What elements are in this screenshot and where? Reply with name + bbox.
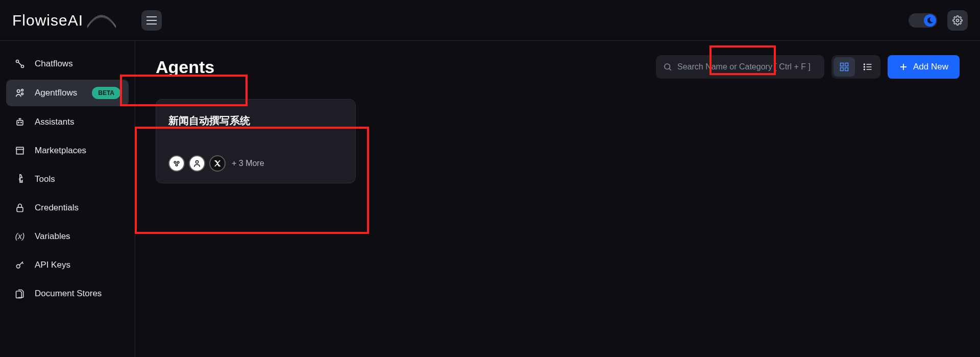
sidebar-item-credentials[interactable]: Credentials xyxy=(6,195,129,221)
x-logo-icon xyxy=(209,155,226,172)
brand-name: FlowiseAI xyxy=(12,12,83,29)
sidebar-item-documentstores[interactable]: Document Stores xyxy=(6,281,129,306)
search-input[interactable] xyxy=(677,62,817,72)
add-new-button[interactable]: Add New xyxy=(888,55,960,79)
sidebar: Chatflows Agentflows BETA Assistants Mar… xyxy=(0,41,135,357)
add-new-label: Add New xyxy=(913,62,948,72)
robot-icon xyxy=(14,116,26,128)
documents-icon xyxy=(14,288,26,299)
sidebar-item-label: Agentflows xyxy=(35,88,77,98)
svg-point-21 xyxy=(176,164,178,166)
svg-point-19 xyxy=(174,161,176,163)
store-icon xyxy=(14,145,26,156)
list-view-button[interactable] xyxy=(857,57,878,77)
lock-icon xyxy=(14,202,26,213)
moon-icon xyxy=(926,17,934,24)
settings-button[interactable] xyxy=(947,10,968,31)
agent-cards: 新闻自动撰写系统 + 3 More xyxy=(156,99,960,183)
gear-icon xyxy=(952,15,963,26)
sidebar-item-marketplaces[interactable]: Marketplaces xyxy=(6,138,129,163)
svg-point-16 xyxy=(864,64,865,65)
more-count: + 3 More xyxy=(232,159,264,168)
view-toggle xyxy=(831,55,880,79)
beta-badge: BETA xyxy=(92,87,120,99)
svg-rect-13 xyxy=(845,63,848,66)
hamburger-icon xyxy=(146,16,157,25)
sidebar-item-label: Document Stores xyxy=(35,289,102,299)
svg-rect-12 xyxy=(841,63,844,66)
page-title: Agents xyxy=(156,57,214,77)
sidebar-item-variables[interactable]: (x) Variables xyxy=(6,224,129,249)
svg-point-22 xyxy=(195,160,198,163)
brand-logo: FlowiseAI xyxy=(12,12,117,29)
logo-swoosh-icon xyxy=(86,12,117,29)
sidebar-item-label: Tools xyxy=(35,174,55,184)
svg-rect-15 xyxy=(845,68,848,71)
sidebar-item-agentflows[interactable]: Agentflows BETA xyxy=(6,80,129,106)
header-controls xyxy=(909,10,968,31)
svg-point-10 xyxy=(16,265,20,268)
svg-point-0 xyxy=(957,19,959,21)
wrench-icon xyxy=(14,174,26,185)
sidebar-item-label: Assistants xyxy=(35,117,74,127)
theme-toggle[interactable] xyxy=(909,13,937,28)
svg-point-4 xyxy=(21,89,23,91)
plus-icon xyxy=(899,62,908,72)
person-icon xyxy=(189,155,205,172)
svg-point-3 xyxy=(17,90,20,93)
svg-point-5 xyxy=(21,93,23,95)
grid-view-button[interactable] xyxy=(834,57,855,77)
variable-icon: (x) xyxy=(14,231,26,242)
main-content: Agents Add New 新闻自动撰写系统 xyxy=(135,41,980,357)
agent-card-title: 新闻自动撰写系统 xyxy=(168,114,343,128)
users-icon xyxy=(14,87,26,99)
theme-toggle-knob xyxy=(924,14,936,27)
search-box[interactable] xyxy=(656,55,824,79)
list-icon xyxy=(863,62,873,72)
agent-card[interactable]: 新闻自动撰写系统 + 3 More xyxy=(156,99,356,183)
svg-rect-14 xyxy=(841,68,844,71)
svg-rect-9 xyxy=(17,207,23,211)
sidebar-item-label: Credentials xyxy=(35,203,79,213)
svg-point-17 xyxy=(864,66,865,67)
search-icon xyxy=(663,62,672,72)
svg-point-8 xyxy=(21,122,22,123)
app-header: FlowiseAI xyxy=(0,0,980,41)
svg-point-7 xyxy=(18,122,19,123)
sidebar-item-label: Chatflows xyxy=(35,59,73,69)
sidebar-item-label: API Keys xyxy=(35,260,70,270)
sidebar-item-apikeys[interactable]: API Keys xyxy=(6,252,129,278)
svg-point-18 xyxy=(864,69,865,70)
flow-icon xyxy=(14,58,26,69)
main-header: Agents Add New xyxy=(156,55,960,79)
sidebar-item-assistants[interactable]: Assistants xyxy=(6,109,129,135)
key-icon xyxy=(14,259,26,271)
agent-card-icons: + 3 More xyxy=(168,155,343,172)
sidebar-item-label: Variables xyxy=(35,231,70,242)
svg-point-20 xyxy=(177,161,179,163)
svg-point-11 xyxy=(665,64,670,69)
sidebar-item-chatflows[interactable]: Chatflows xyxy=(6,51,129,77)
grid-icon xyxy=(839,62,849,72)
team-icon xyxy=(168,155,185,172)
sidebar-item-label: Marketplaces xyxy=(35,146,86,156)
sidebar-item-tools[interactable]: Tools xyxy=(6,166,129,192)
menu-toggle-button[interactable] xyxy=(141,10,162,31)
